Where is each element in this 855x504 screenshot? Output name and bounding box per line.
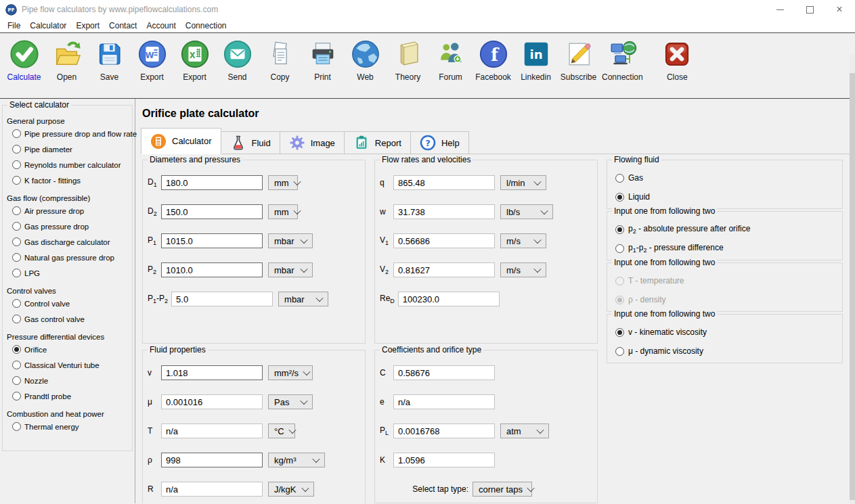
minimize-button[interactable] [775, 5, 785, 14]
toolbar-button-label: Connection [602, 72, 643, 82]
menu-contact[interactable]: Contact [104, 21, 141, 30]
sidebar-item-lpg[interactable]: LPG [7, 265, 132, 281]
unit-select-t[interactable]: °C [268, 423, 295, 438]
toolbar-button-copy-pages[interactable]: Copy [259, 39, 301, 82]
field-input-v2[interactable] [393, 262, 495, 277]
menu-calculator[interactable]: Calculator [25, 21, 71, 30]
tab-report[interactable]: Report [345, 131, 411, 154]
field-input-r[interactable] [161, 482, 263, 497]
field-input-e[interactable] [393, 394, 495, 409]
tab-fluid[interactable]: Fluid [221, 131, 280, 154]
unit-select-pl[interactable]: atm [500, 423, 549, 438]
field-input-d1[interactable] [161, 175, 263, 190]
toolbar-button-facebook[interactable]: fFacebook [472, 39, 514, 82]
sidebar-item-orifice[interactable]: Orifice [7, 342, 132, 357]
toolbar-button-open-folder[interactable]: Open [45, 39, 88, 82]
sidebar-item-reynolds-number-calculator[interactable]: Reynolds number calculator [7, 157, 132, 173]
sidebar-item-prandtl-probe[interactable]: Prandtl probe [7, 388, 132, 404]
toolbar-button-save-floppy[interactable]: Save [88, 39, 131, 82]
field-input-d2[interactable] [161, 204, 263, 219]
subscribe-pencil-icon [563, 39, 594, 70]
sidebar-item-gas-control-valve[interactable]: Gas control valve [7, 311, 132, 327]
unit-select-p2[interactable]: mbar [268, 262, 313, 277]
vertical-scrollbar[interactable] [850, 54, 855, 504]
sidebar-item-label: Pipe pressure drop and flow rate [24, 130, 137, 138]
menu-file[interactable]: File [3, 21, 25, 30]
sidebar-item-gas-discharge-calculator[interactable]: Gas discharge calculator [7, 234, 132, 250]
unit-select-d1[interactable]: mm [268, 175, 298, 190]
option-p-absolute-pressure-after-orifice[interactable]: p2 - absolute pressure after orifice [614, 220, 837, 239]
toolbar-button-connection-network[interactable]: Connection [600, 39, 645, 82]
unit-select-w[interactable]: lb/s [500, 204, 553, 219]
unit-select-p1-p2[interactable]: mbar [278, 292, 328, 306]
sidebar-item-air-pressure-drop[interactable]: Air pressure drop [7, 203, 132, 219]
option-gas[interactable]: Gas [614, 168, 837, 187]
close-window-button[interactable]: × [835, 5, 844, 14]
sidebar-item-gas-pressure-drop[interactable]: Gas pressure drop [7, 219, 132, 234]
toolbar-button-web-globe[interactable]: Web [344, 39, 387, 82]
field-input-rho[interactable] [161, 453, 263, 467]
field-input-w[interactable] [393, 204, 495, 219]
menu-account[interactable]: Account [141, 21, 180, 30]
unit-select-r[interactable]: J/kgK [268, 482, 314, 497]
toolbar-button-export-excel[interactable]: XExport [173, 39, 216, 82]
tap-type-select[interactable]: corner taps [473, 482, 532, 497]
field-row-nu: vmm²/s [148, 365, 359, 381]
radio-icon [615, 347, 624, 356]
toolbar-button-close-x[interactable]: Close [656, 39, 699, 82]
close-icon: × [836, 6, 842, 13]
chevron-down-icon [533, 178, 541, 185]
field-input-k[interactable] [393, 453, 495, 467]
tab-image[interactable]: Image [280, 131, 345, 154]
unit-select-q[interactable]: l/min [500, 175, 546, 190]
sidebar-item-natural-gas-pressure-drop[interactable]: Natural gas pressure drop [7, 250, 132, 265]
option-liquid[interactable]: Liquid [614, 187, 837, 206]
option-v-kinematic-viscosity[interactable]: v - kinematic viscosity [614, 323, 837, 342]
field-input-nu[interactable] [161, 365, 263, 380]
toolbar-button-export-word[interactable]: WExport [131, 39, 173, 82]
menu-connection[interactable]: Connection [181, 21, 232, 30]
unit-select-v2[interactable]: m/s [500, 262, 546, 277]
field-input-v1[interactable] [393, 233, 495, 248]
option-dynamic-viscosity[interactable]: μ - dynamic viscosity [614, 342, 837, 361]
toolbar-button-theory-book[interactable]: Theory [387, 39, 429, 82]
toolbar-button-subscribe-pencil[interactable]: Subscribe [557, 39, 600, 82]
field-input-red[interactable] [398, 292, 500, 306]
field-input-p2[interactable] [161, 262, 263, 277]
field-input-pl[interactable] [393, 423, 495, 438]
unit-select-d2[interactable]: mm [268, 204, 298, 219]
menu-export[interactable]: Export [71, 21, 104, 30]
unit-select-nu[interactable]: mm²/s [268, 365, 313, 380]
maximize-button[interactable] [805, 5, 814, 14]
select-calculator-group: Select calculator General purposePipe pr… [2, 105, 133, 451]
toolbar-button-forum-users[interactable]: Forum [429, 39, 472, 82]
unit-select-p1[interactable]: mbar [268, 233, 313, 248]
unit-select-mu[interactable]: Pas [268, 394, 313, 409]
field-input-p1-p2[interactable] [171, 292, 273, 306]
field-input-t[interactable] [161, 423, 263, 438]
field-input-q[interactable] [393, 175, 495, 190]
field-input-mu[interactable] [161, 394, 263, 409]
unit-value: mm [274, 178, 289, 188]
toolbar-button-linkedin[interactable]: inLinkedin [514, 39, 557, 82]
toolbar-button-print-printer[interactable]: Print [301, 39, 344, 82]
sidebar-item-nozzle[interactable]: Nozzle [7, 373, 132, 388]
option-group-legend: Input one from following two [612, 309, 717, 319]
unit-select-rho[interactable]: kg/m³ [268, 453, 325, 467]
sidebar-item-pipe-pressure-drop-and-flow-rate[interactable]: Pipe pressure drop and flow rate [7, 126, 132, 141]
field-label-v1: V1 [380, 235, 393, 246]
field-input-p1[interactable] [161, 233, 263, 248]
tab-help[interactable]: ?Help [411, 131, 469, 154]
unit-select-v1[interactable]: m/s [500, 233, 546, 248]
toolbar-button-send-mail[interactable]: Send [216, 39, 259, 82]
toolbar-button-calculate-check[interactable]: Calculate [3, 39, 45, 82]
tab-calculator[interactable]: Calculator [141, 128, 221, 154]
field-input-c[interactable] [393, 365, 495, 380]
sidebar-section-general-purpose: General purposePipe pressure drop and fl… [7, 117, 132, 188]
option-p-p-pressure-difference[interactable]: p1-p2 - pressure difference [614, 239, 837, 258]
sidebar-item-thermal-energy[interactable]: Thermal energy [7, 419, 132, 434]
sidebar-item-control-valve[interactable]: Control valve [7, 296, 132, 311]
sidebar-item-classical-venturi-tube[interactable]: Classical Venturi tube [7, 357, 132, 373]
sidebar-item-k-factor-fittings[interactable]: K factor - fittings [7, 173, 132, 188]
sidebar-item-pipe-diameter[interactable]: Pipe diameter [7, 141, 132, 157]
